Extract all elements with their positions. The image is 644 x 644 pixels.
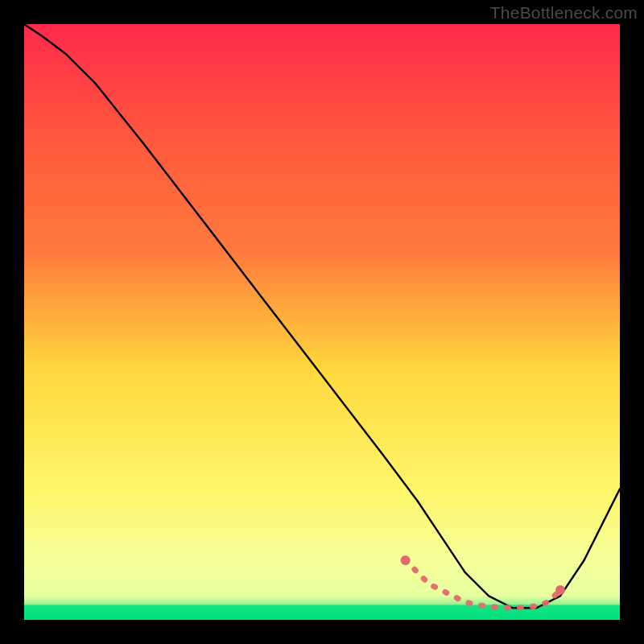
- svg-point-3: [555, 585, 565, 595]
- chart-plot-area: [24, 24, 620, 620]
- watermark-text: TheBottleneck.com: [490, 3, 638, 23]
- chart-svg: [24, 24, 620, 620]
- chart-outer-frame: TheBottleneck.com: [0, 0, 644, 644]
- svg-point-2: [401, 555, 411, 565]
- svg-rect-0: [24, 24, 620, 620]
